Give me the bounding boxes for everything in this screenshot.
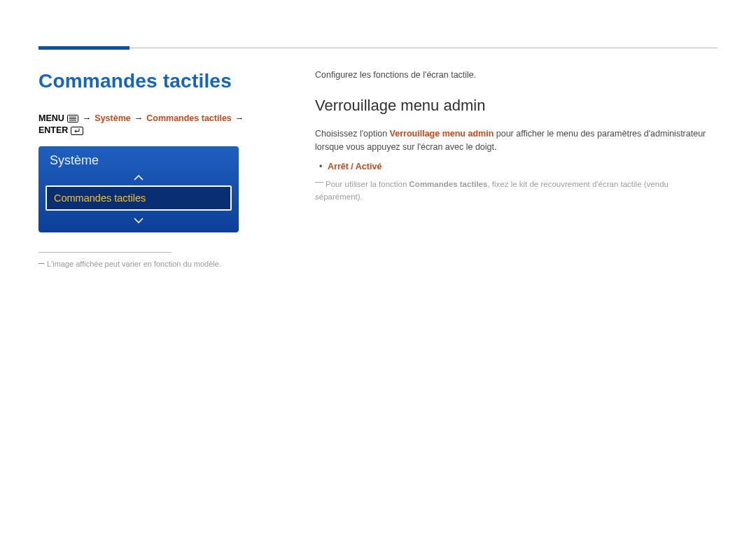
- footnote-text: L'image affichée peut varier en fonction…: [47, 260, 221, 268]
- breadcrumb-arrow-3: →: [234, 113, 246, 123]
- osd-header: Système: [38, 146, 239, 171]
- osd-down-arrow[interactable]: [38, 213, 239, 225]
- right-column: Configurez les fonctions de l'écran tact…: [315, 70, 718, 270]
- page-title: Commandes tactiles: [38, 70, 276, 92]
- manual-page: Commandes tactiles MENU → Système → Comm…: [0, 0, 756, 270]
- intro-text: Configurez les fonctions de l'écran tact…: [315, 70, 718, 80]
- enter-icon: [71, 125, 83, 135]
- footnote: L'image affichée peut varier en fonction…: [38, 258, 276, 270]
- breadcrumb-arrow-2: →: [133, 113, 145, 123]
- breadcrumb-item-commandes: Commandes tactiles: [146, 113, 232, 123]
- osd-selected-item[interactable]: Commandes tactiles: [46, 185, 232, 211]
- note-pre: Pour utiliser la fonction: [326, 180, 410, 188]
- note-line: Pour utiliser la fonction Commandes tact…: [315, 178, 718, 204]
- footnote-rule: [38, 252, 172, 253]
- breadcrumb: MENU → Système → Commandes tactiles → EN…: [38, 113, 276, 135]
- option-values-line: Arrêt / Activé: [315, 162, 718, 171]
- breadcrumb-item-systeme: Système: [94, 113, 130, 123]
- breadcrumb-menu-label: MENU: [38, 113, 64, 123]
- note-dash-icon: [315, 182, 323, 183]
- menu-icon: [67, 113, 78, 123]
- osd-up-arrow[interactable]: [38, 171, 239, 183]
- desc-pre: Choisissez l'option: [315, 129, 390, 139]
- top-rule: [38, 48, 718, 48]
- left-column: Commandes tactiles MENU → Système → Comm…: [38, 70, 276, 270]
- columns: Commandes tactiles MENU → Système → Comm…: [38, 70, 718, 270]
- desc-strong: Verrouillage menu admin: [390, 129, 494, 139]
- osd-footer-space: [38, 225, 239, 232]
- note-strong: Commandes tactiles: [410, 180, 488, 188]
- osd-panel: Système Commandes tactiles: [38, 146, 239, 232]
- breadcrumb-enter-label: ENTER: [38, 125, 68, 135]
- description-text: Choisissez l'option Verrouillage menu ad…: [315, 127, 718, 155]
- option-values: Arrêt / Activé: [328, 162, 382, 171]
- sub-heading: Verrouillage menu admin: [315, 97, 718, 115]
- footnote-dash-icon: [38, 263, 44, 264]
- breadcrumb-arrow-1: →: [81, 113, 93, 123]
- accent-bar: [38, 46, 130, 50]
